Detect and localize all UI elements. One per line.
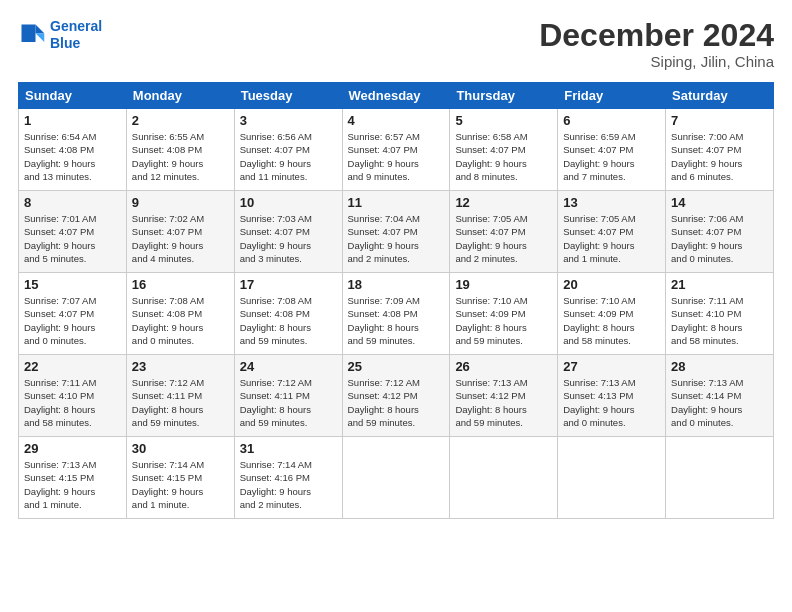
- cell-info: Sunrise: 7:13 AM Sunset: 4:12 PM Dayligh…: [455, 376, 552, 429]
- calendar-cell: 1Sunrise: 6:54 AM Sunset: 4:08 PM Daylig…: [19, 109, 127, 191]
- calendar-cell: 11Sunrise: 7:04 AM Sunset: 4:07 PM Dayli…: [342, 191, 450, 273]
- cell-info: Sunrise: 7:00 AM Sunset: 4:07 PM Dayligh…: [671, 130, 768, 183]
- cell-info: Sunrise: 7:13 AM Sunset: 4:13 PM Dayligh…: [563, 376, 660, 429]
- cell-info: Sunrise: 7:05 AM Sunset: 4:07 PM Dayligh…: [455, 212, 552, 265]
- weekday-header: Thursday: [450, 83, 558, 109]
- cell-info: Sunrise: 7:12 AM Sunset: 4:11 PM Dayligh…: [240, 376, 337, 429]
- day-number: 30: [132, 441, 229, 456]
- day-number: 12: [455, 195, 552, 210]
- calendar-cell: 10Sunrise: 7:03 AM Sunset: 4:07 PM Dayli…: [234, 191, 342, 273]
- calendar-cell: 27Sunrise: 7:13 AM Sunset: 4:13 PM Dayli…: [558, 355, 666, 437]
- day-number: 22: [24, 359, 121, 374]
- calendar-cell: 25Sunrise: 7:12 AM Sunset: 4:12 PM Dayli…: [342, 355, 450, 437]
- location-subtitle: Siping, Jilin, China: [539, 53, 774, 70]
- cell-info: Sunrise: 7:08 AM Sunset: 4:08 PM Dayligh…: [240, 294, 337, 347]
- cell-info: Sunrise: 7:04 AM Sunset: 4:07 PM Dayligh…: [348, 212, 445, 265]
- cell-info: Sunrise: 7:12 AM Sunset: 4:12 PM Dayligh…: [348, 376, 445, 429]
- calendar-cell: 8Sunrise: 7:01 AM Sunset: 4:07 PM Daylig…: [19, 191, 127, 273]
- cell-info: Sunrise: 6:55 AM Sunset: 4:08 PM Dayligh…: [132, 130, 229, 183]
- calendar-week-row: 22Sunrise: 7:11 AM Sunset: 4:10 PM Dayli…: [19, 355, 774, 437]
- calendar-cell: [558, 437, 666, 519]
- calendar-week-row: 1Sunrise: 6:54 AM Sunset: 4:08 PM Daylig…: [19, 109, 774, 191]
- cell-info: Sunrise: 7:05 AM Sunset: 4:07 PM Dayligh…: [563, 212, 660, 265]
- weekday-header: Monday: [126, 83, 234, 109]
- cell-info: Sunrise: 6:56 AM Sunset: 4:07 PM Dayligh…: [240, 130, 337, 183]
- calendar-week-row: 29Sunrise: 7:13 AM Sunset: 4:15 PM Dayli…: [19, 437, 774, 519]
- day-number: 31: [240, 441, 337, 456]
- day-number: 1: [24, 113, 121, 128]
- cell-info: Sunrise: 7:07 AM Sunset: 4:07 PM Dayligh…: [24, 294, 121, 347]
- calendar-header-row: SundayMondayTuesdayWednesdayThursdayFrid…: [19, 83, 774, 109]
- cell-info: Sunrise: 7:10 AM Sunset: 4:09 PM Dayligh…: [563, 294, 660, 347]
- calendar-cell: 29Sunrise: 7:13 AM Sunset: 4:15 PM Dayli…: [19, 437, 127, 519]
- day-number: 4: [348, 113, 445, 128]
- day-number: 25: [348, 359, 445, 374]
- day-number: 11: [348, 195, 445, 210]
- logo-icon: [18, 21, 46, 49]
- calendar-cell: 28Sunrise: 7:13 AM Sunset: 4:14 PM Dayli…: [666, 355, 774, 437]
- calendar-cell: 12Sunrise: 7:05 AM Sunset: 4:07 PM Dayli…: [450, 191, 558, 273]
- day-number: 10: [240, 195, 337, 210]
- calendar-cell: 31Sunrise: 7:14 AM Sunset: 4:16 PM Dayli…: [234, 437, 342, 519]
- calendar-cell: 22Sunrise: 7:11 AM Sunset: 4:10 PM Dayli…: [19, 355, 127, 437]
- calendar-cell: 13Sunrise: 7:05 AM Sunset: 4:07 PM Dayli…: [558, 191, 666, 273]
- cell-info: Sunrise: 7:14 AM Sunset: 4:16 PM Dayligh…: [240, 458, 337, 511]
- day-number: 21: [671, 277, 768, 292]
- calendar-cell: 19Sunrise: 7:10 AM Sunset: 4:09 PM Dayli…: [450, 273, 558, 355]
- weekday-header: Tuesday: [234, 83, 342, 109]
- calendar-cell: 4Sunrise: 6:57 AM Sunset: 4:07 PM Daylig…: [342, 109, 450, 191]
- day-number: 8: [24, 195, 121, 210]
- calendar-cell: 30Sunrise: 7:14 AM Sunset: 4:15 PM Dayli…: [126, 437, 234, 519]
- day-number: 29: [24, 441, 121, 456]
- day-number: 9: [132, 195, 229, 210]
- cell-info: Sunrise: 7:01 AM Sunset: 4:07 PM Dayligh…: [24, 212, 121, 265]
- calendar-cell: 24Sunrise: 7:12 AM Sunset: 4:11 PM Dayli…: [234, 355, 342, 437]
- svg-marker-0: [36, 24, 45, 33]
- cell-info: Sunrise: 6:54 AM Sunset: 4:08 PM Dayligh…: [24, 130, 121, 183]
- calendar-cell: 16Sunrise: 7:08 AM Sunset: 4:08 PM Dayli…: [126, 273, 234, 355]
- cell-info: Sunrise: 7:11 AM Sunset: 4:10 PM Dayligh…: [671, 294, 768, 347]
- title-block: December 2024 Siping, Jilin, China: [539, 18, 774, 70]
- day-number: 20: [563, 277, 660, 292]
- day-number: 17: [240, 277, 337, 292]
- logo-text: General Blue: [50, 18, 102, 52]
- cell-info: Sunrise: 7:08 AM Sunset: 4:08 PM Dayligh…: [132, 294, 229, 347]
- day-number: 6: [563, 113, 660, 128]
- day-number: 27: [563, 359, 660, 374]
- calendar-week-row: 8Sunrise: 7:01 AM Sunset: 4:07 PM Daylig…: [19, 191, 774, 273]
- day-number: 3: [240, 113, 337, 128]
- cell-info: Sunrise: 6:59 AM Sunset: 4:07 PM Dayligh…: [563, 130, 660, 183]
- calendar-cell: 21Sunrise: 7:11 AM Sunset: 4:10 PM Dayli…: [666, 273, 774, 355]
- calendar-cell: 26Sunrise: 7:13 AM Sunset: 4:12 PM Dayli…: [450, 355, 558, 437]
- day-number: 15: [24, 277, 121, 292]
- cell-info: Sunrise: 7:13 AM Sunset: 4:14 PM Dayligh…: [671, 376, 768, 429]
- day-number: 13: [563, 195, 660, 210]
- month-title: December 2024: [539, 18, 774, 53]
- weekday-header: Friday: [558, 83, 666, 109]
- calendar-cell: 18Sunrise: 7:09 AM Sunset: 4:08 PM Dayli…: [342, 273, 450, 355]
- day-number: 14: [671, 195, 768, 210]
- day-number: 16: [132, 277, 229, 292]
- svg-marker-1: [36, 33, 45, 42]
- day-number: 2: [132, 113, 229, 128]
- calendar-cell: [450, 437, 558, 519]
- cell-info: Sunrise: 7:02 AM Sunset: 4:07 PM Dayligh…: [132, 212, 229, 265]
- day-number: 23: [132, 359, 229, 374]
- calendar-table: SundayMondayTuesdayWednesdayThursdayFrid…: [18, 82, 774, 519]
- cell-info: Sunrise: 7:12 AM Sunset: 4:11 PM Dayligh…: [132, 376, 229, 429]
- cell-info: Sunrise: 7:13 AM Sunset: 4:15 PM Dayligh…: [24, 458, 121, 511]
- calendar-cell: 7Sunrise: 7:00 AM Sunset: 4:07 PM Daylig…: [666, 109, 774, 191]
- calendar-cell: 3Sunrise: 6:56 AM Sunset: 4:07 PM Daylig…: [234, 109, 342, 191]
- weekday-header: Sunday: [19, 83, 127, 109]
- cell-info: Sunrise: 7:11 AM Sunset: 4:10 PM Dayligh…: [24, 376, 121, 429]
- calendar-cell: 5Sunrise: 6:58 AM Sunset: 4:07 PM Daylig…: [450, 109, 558, 191]
- cell-info: Sunrise: 6:57 AM Sunset: 4:07 PM Dayligh…: [348, 130, 445, 183]
- day-number: 19: [455, 277, 552, 292]
- calendar-cell: [342, 437, 450, 519]
- calendar-cell: 20Sunrise: 7:10 AM Sunset: 4:09 PM Dayli…: [558, 273, 666, 355]
- day-number: 5: [455, 113, 552, 128]
- page: General Blue December 2024 Siping, Jilin…: [0, 0, 792, 612]
- calendar-cell: 15Sunrise: 7:07 AM Sunset: 4:07 PM Dayli…: [19, 273, 127, 355]
- cell-info: Sunrise: 7:10 AM Sunset: 4:09 PM Dayligh…: [455, 294, 552, 347]
- day-number: 24: [240, 359, 337, 374]
